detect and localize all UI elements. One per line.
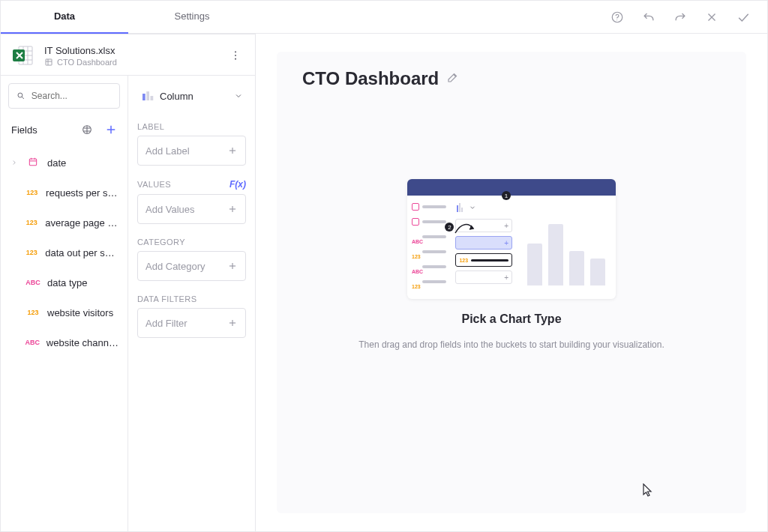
- left-panel: IT Solutions.xlsx CTO Dashboard: [1, 34, 256, 531]
- field-label: data type: [47, 277, 88, 288]
- tab-data[interactable]: Data: [1, 1, 128, 34]
- excel-file-icon: [11, 43, 35, 67]
- empty-state-subtitle: Then drag and drop fields into the bucke…: [358, 339, 664, 350]
- help-icon[interactable]: [607, 7, 628, 28]
- top-actions: [607, 7, 767, 28]
- file-name: IT Solutions.xlsx: [44, 45, 218, 56]
- fx-button[interactable]: F(x): [230, 179, 246, 190]
- field-item[interactable]: 123data out per sec…: [1, 238, 128, 267]
- field-item[interactable]: date: [1, 148, 128, 178]
- column-chart-icon: [140, 89, 154, 103]
- svg-point-14: [235, 58, 236, 60]
- label-heading: LABEL: [137, 122, 246, 131]
- plus-icon: [227, 318, 238, 328]
- svg-point-12: [235, 51, 236, 52]
- sheet-icon: [44, 58, 53, 67]
- svg-line-16: [22, 97, 24, 99]
- field-label: average page lo…: [45, 217, 118, 229]
- empty-state-title: Pick a Chart Type: [461, 312, 561, 326]
- chevron-down-icon: [234, 91, 243, 100]
- field-label: website channels: [46, 337, 118, 348]
- confirm-icon[interactable]: [733, 7, 754, 28]
- file-menu-icon[interactable]: [226, 46, 244, 64]
- svg-rect-38: [461, 208, 463, 212]
- label-placeholder: Add Label: [146, 145, 190, 157]
- canvas-inner: CTO Dashboard ABC 123: [277, 52, 746, 513]
- number-type-icon: 123: [24, 189, 40, 196]
- fields-heading: Fields: [11, 124, 72, 136]
- globe-icon[interactable]: [78, 121, 96, 139]
- filters-bucket[interactable]: Add Filter: [137, 308, 246, 338]
- file-header: IT Solutions.xlsx CTO Dashboard: [1, 34, 255, 75]
- app-root: Data Settings: [0, 0, 768, 532]
- svg-point-1: [616, 19, 617, 20]
- category-heading: CATEGORY: [137, 238, 246, 247]
- text-type-icon: ABC: [25, 279, 41, 286]
- filters-heading: DATA FILTERS: [137, 294, 246, 303]
- values-placeholder: Add Values: [146, 204, 195, 215]
- svg-rect-27: [151, 96, 154, 100]
- plus-icon: [227, 145, 238, 156]
- undo-icon[interactable]: [638, 7, 659, 28]
- search-field[interactable]: [32, 91, 112, 101]
- values-heading: VALUES: [137, 180, 171, 189]
- svg-rect-9: [46, 59, 52, 65]
- close-icon[interactable]: [701, 7, 722, 28]
- text-type-icon: ABC: [25, 339, 40, 346]
- number-type-icon: 123: [25, 309, 41, 316]
- top-tab-bar: Data Settings: [1, 1, 767, 34]
- field-label: date: [47, 157, 66, 169]
- svg-rect-37: [459, 203, 460, 212]
- field-list: date123requests per se…123average page l…: [1, 145, 128, 360]
- dashboard-title: CTO Dashboard: [302, 68, 439, 89]
- date-type-icon: [25, 157, 41, 169]
- tab-pair: Data Settings: [1, 1, 256, 34]
- svg-rect-25: [142, 94, 146, 100]
- chart-type-selector[interactable]: Column: [137, 83, 246, 109]
- svg-point-15: [18, 93, 22, 97]
- redo-icon[interactable]: [670, 7, 691, 28]
- empty-state: ABC 123 ABC 123 +: [302, 179, 721, 350]
- number-type-icon: 123: [24, 249, 39, 256]
- canvas: CTO Dashboard ABC 123: [256, 34, 767, 531]
- category-bucket[interactable]: Add Category: [137, 251, 246, 281]
- edit-title-icon[interactable]: [446, 70, 460, 87]
- svg-point-13: [235, 55, 236, 56]
- svg-rect-21: [29, 159, 36, 166]
- field-item[interactable]: 123website visitors: [1, 297, 128, 327]
- cursor-icon: [643, 483, 653, 497]
- tab-settings[interactable]: Settings: [128, 1, 256, 34]
- plus-icon: [227, 261, 238, 271]
- add-field-button[interactable]: [102, 121, 120, 139]
- field-item[interactable]: ABCdata type: [1, 267, 128, 297]
- chart-type-label: Column: [160, 91, 228, 102]
- chevron-right-icon: [10, 159, 19, 166]
- filters-placeholder: Add Filter: [146, 318, 188, 329]
- label-bucket[interactable]: Add Label: [137, 136, 246, 166]
- field-label: data out per sec…: [45, 247, 118, 259]
- svg-rect-36: [457, 205, 458, 212]
- field-item[interactable]: 123requests per se…: [1, 178, 128, 208]
- field-label: requests per se…: [46, 187, 118, 199]
- number-type-icon: 123: [24, 219, 39, 226]
- fields-column: Fields date123requests per se…123average…: [1, 76, 128, 531]
- field-item[interactable]: 123average page lo…: [1, 208, 128, 238]
- search-icon: [16, 91, 26, 101]
- empty-state-illustration: ABC 123 ABC 123 +: [407, 179, 616, 299]
- field-item[interactable]: ABCwebsite channels: [1, 327, 128, 357]
- sheet-name: CTO Dashboard: [57, 58, 117, 67]
- buckets-column: Column LABEL Add Label VALUES F(x: [128, 76, 255, 531]
- svg-rect-26: [146, 91, 149, 100]
- search-input[interactable]: [8, 83, 120, 109]
- category-placeholder: Add Category: [146, 261, 206, 272]
- plus-icon: [227, 204, 238, 214]
- values-bucket[interactable]: Add Values: [137, 194, 246, 224]
- field-label: website visitors: [47, 307, 113, 318]
